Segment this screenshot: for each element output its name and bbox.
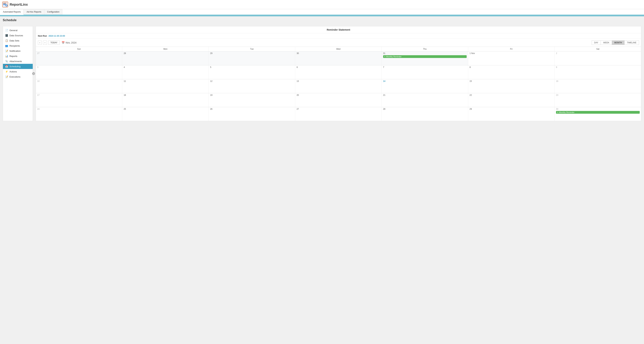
cal-day-0-1[interactable]: 28 [122,51,209,65]
cal-today-btn[interactable]: TODAY [48,41,60,45]
cal-day-4-6[interactable]: 30↻Monthly Reminder [555,107,641,121]
sidebar-item-executions[interactable]: 📝Executions [3,74,33,79]
event-label: Monthly Reminder [559,111,574,113]
cal-day-3-2[interactable]: 19 [209,93,295,107]
cal-day-num: 29 [210,52,294,54]
sidebar-collapse[interactable]: ◄ [32,72,35,75]
sidebar-item-scheduling[interactable]: 📅Scheduling [3,64,33,69]
calendar-icon: 📅 [62,41,64,44]
cal-day-1-1[interactable]: 4 [122,65,209,79]
cal-day-4-0[interactable]: 24 [36,107,122,121]
cal-day-3-1[interactable]: 18 [122,93,209,107]
sidebar-label-recipients: Recipients [10,44,20,47]
cal-day-num: 18 [124,94,207,96]
cal-day-num: 19 [210,94,294,96]
cal-day-num: 29 [470,108,553,110]
cal-view-day[interactable]: DAY [592,40,601,45]
logo-icon [2,1,8,7]
cal-day-num: 11 [124,80,207,82]
cal-day-num: 28 [383,108,467,110]
cal-day-2-6[interactable]: 16 [555,79,641,93]
cal-event[interactable]: ↻Monthly Reminder [556,111,640,114]
sidebar-label-data-sets: Data Sets [10,39,19,42]
main-wrapper: 📄General🗄️Data Sources📋Data Sets👥Recipie… [0,23,644,124]
cal-day-4-1[interactable]: 25 [122,107,209,121]
sidebar-icon-scheduling: 📅 [5,65,8,68]
cal-day-num: 4 [124,66,207,68]
cal-day-0-0[interactable]: 27 [36,51,122,65]
sidebar-item-notification[interactable]: 📝Notification [3,48,33,53]
cal-header-row: Sun Mon Tue Wed Thu Fri Sat [36,47,641,51]
cal-day-num: 30 [556,108,640,110]
cal-day-num: 23 [556,94,640,96]
sidebar-item-attachments[interactable]: 📎Attachments [3,59,33,64]
cal-day-3-0[interactable]: 17 [36,93,122,107]
cal-day-2-4[interactable]: 14 [382,79,468,93]
svg-rect-2 [3,3,6,4]
cal-day-0-3[interactable]: 30 [295,51,382,65]
cal-day-num: 31 [383,52,467,54]
cal-day-1-4[interactable]: 7 [382,65,468,79]
sidebar-item-data-sets[interactable]: 📋Data Sets [3,38,33,43]
cal-day-2-3[interactable]: 13 [295,79,382,93]
next-run-date: 2024-11-30 23:00 [48,35,65,37]
cal-day-1-2[interactable]: 5 [209,65,295,79]
sidebar-label-general: General [10,29,18,32]
sidebar-item-actions[interactable]: ⚡Actions [3,69,33,74]
cal-day-1-5[interactable]: 8 [468,65,555,79]
cal-day-2-1[interactable]: 11 [122,79,209,93]
cal-day-2-5[interactable]: 15 [468,79,555,93]
tab-adhoc-reports[interactable]: Ad-Hoc Reports [24,9,44,15]
sidebar-item-recipients[interactable]: 👥Recipients [3,43,33,48]
cal-header-mon: Mon [122,47,209,51]
cal-day-1-6[interactable]: 9 [555,65,641,79]
logo-text: ReportLinx [10,2,28,6]
cal-day-3-5[interactable]: 22 [468,93,555,107]
sidebar-item-general[interactable]: 📄General [3,28,33,33]
cal-day-1-3[interactable]: 6 [295,65,382,79]
next-run-label: Next Run [38,35,47,37]
cal-day-num: 8 [470,66,553,68]
cal-day-num: 14 [383,80,467,82]
sidebar: 📄General🗄️Data Sources📋Data Sets👥Recipie… [3,26,33,121]
sidebar-icon-general: 📄 [5,29,8,32]
cal-day-0-5[interactable]: 1 Nov [468,51,555,65]
cal-day-4-5[interactable]: 29 [468,107,555,121]
cal-day-3-4[interactable]: 21 [382,93,468,107]
cal-week-0: 2728293031↻Monthly Reminder1 Nov2 [36,51,641,65]
cal-day-num: 26 [210,108,294,110]
cal-prev-btn[interactable]: ‹ [38,41,42,45]
cal-day-3-3[interactable]: 20 [295,93,382,107]
tab-configuration[interactable]: Configuration [44,9,62,15]
cal-day-0-6[interactable]: 2 [555,51,641,65]
sidebar-icon-notification: 📝 [5,49,8,52]
cal-day-num: 16 [556,80,640,82]
sidebar-label-notification: Notification [10,50,20,52]
cal-view-buttons: DAY WEEK MONTH TIMELINE [592,40,639,45]
sidebar-item-reports[interactable]: 📊Reports [3,53,33,59]
cal-day-1-0[interactable]: 3 [36,65,122,79]
cal-day-4-2[interactable]: 26 [209,107,295,121]
event-icon: ↻ [557,111,558,113]
cal-day-3-6[interactable]: 23 [555,93,641,107]
event-label: Monthly Reminder [386,56,402,58]
cal-view-week[interactable]: WEEK [600,40,612,45]
cal-day-4-3[interactable]: 27 [295,107,382,121]
cal-event[interactable]: ↻Monthly Reminder [383,55,467,58]
cal-view-month[interactable]: MONTH [612,40,624,45]
cal-view-timeline[interactable]: TIMELINE [624,40,639,45]
next-run-bar: Next Run 2024-11-30 23:00 [36,33,641,39]
cal-day-4-4[interactable]: 28 [382,107,468,121]
cal-day-num: 30 [296,52,380,54]
cal-next-btn[interactable]: › [43,41,47,45]
sidebar-item-data-sources[interactable]: 🗄️Data Sources [3,33,33,38]
cal-day-2-2[interactable]: 12 [209,79,295,93]
cal-day-0-4[interactable]: 31↻Monthly Reminder [382,51,468,65]
cal-day-num: 7 [383,66,467,68]
cal-day-num: 24 [37,108,121,110]
cal-day-0-2[interactable]: 29 [209,51,295,65]
cal-day-num: 2 [556,52,640,54]
tab-automated-reports[interactable]: Automated Reports [0,9,24,15]
cal-day-num: 13 [296,80,380,82]
cal-day-2-0[interactable]: 10 [36,79,122,93]
